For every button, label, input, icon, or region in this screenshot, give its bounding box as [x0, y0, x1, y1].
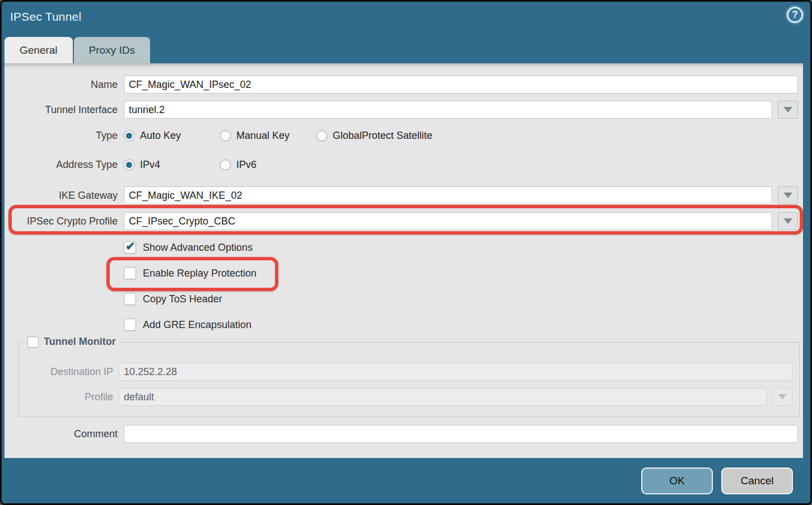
tunnel-interface-label: Tunnel Interface — [4, 104, 118, 116]
dialog-footer: OK Cancel — [2, 458, 810, 503]
profile-input — [119, 388, 767, 406]
checkbox-label: Show Advanced Options — [143, 242, 253, 254]
help-icon[interactable]: ? — [787, 7, 803, 23]
checkbox-label: Enable Replay Protection — [143, 268, 256, 279]
comment-label: Comment — [4, 428, 118, 440]
tunnel-monitor-label: Tunnel Monitor — [44, 336, 116, 348]
radio-label: IPv6 — [236, 159, 256, 171]
tab-proxy-ids[interactable]: Proxy IDs — [74, 37, 150, 63]
type-row: Type Auto Key Manual Key GlobalProtect S… — [4, 128, 803, 143]
radio-icon[interactable] — [220, 130, 231, 141]
copy-tos-header-checkbox[interactable] — [124, 293, 136, 305]
ipsec-crypto-profile-label: IPSec Crypto Profile — [4, 216, 118, 227]
profile-dropdown-button — [772, 388, 792, 406]
ike-gateway-label: IKE Gateway — [4, 190, 118, 202]
radio-icon[interactable] — [124, 130, 134, 141]
ipsec-crypto-profile-row: IPSec Crypto Profile — [4, 212, 803, 230]
tunnel-monitor-checkbox[interactable] — [27, 336, 39, 348]
radio-manual-key[interactable]: Manual Key — [220, 130, 297, 142]
add-gre-encapsulation-checkbox[interactable] — [124, 319, 136, 331]
radio-icon[interactable] — [124, 160, 134, 170]
type-label: Type — [4, 130, 118, 142]
tunnel-interface-input[interactable] — [124, 101, 772, 119]
ike-gateway-dropdown-button[interactable] — [778, 186, 798, 204]
general-tab-panel: Name Tunnel Interface Type Auto Key Manu… — [4, 63, 803, 458]
show-advanced-options-checkbox[interactable] — [124, 241, 136, 254]
comment-input[interactable] — [124, 425, 798, 443]
address-type-row: Address Type IPv4 IPv6 — [4, 157, 803, 172]
ipsec-crypto-profile-dropdown-button[interactable] — [778, 212, 798, 230]
add-gre-encapsulation-row[interactable]: Add GRE Encapsulation — [124, 319, 803, 331]
chevron-down-icon — [783, 193, 792, 198]
radio-globalprotect-satellite[interactable]: GlobalProtect Satellite — [316, 130, 432, 142]
radio-label: IPv4 — [140, 159, 160, 171]
ike-gateway-input[interactable] — [124, 186, 772, 204]
profile-label: Profile — [19, 391, 113, 403]
radio-icon[interactable] — [316, 130, 327, 141]
radio-icon[interactable] — [220, 160, 231, 170]
radio-ipv4[interactable]: IPv4 — [124, 159, 201, 171]
enable-replay-protection-row[interactable]: Enable Replay Protection — [124, 267, 803, 279]
chevron-down-icon — [783, 218, 792, 224]
radio-auto-key[interactable]: Auto Key — [124, 130, 201, 142]
checkbox-label: Add GRE Encapsulation — [143, 319, 251, 331]
tunnel-monitor-legend: Tunnel Monitor — [24, 336, 120, 348]
name-input[interactable] — [124, 76, 798, 93]
destination-ip-label: Destination IP — [19, 366, 113, 378]
comment-row: Comment — [4, 425, 803, 443]
dialog-title: IPSec Tunnel — [10, 10, 81, 24]
dialog-titlebar: IPSec Tunnel ? — [2, 2, 810, 36]
radio-ipv6[interactable]: IPv6 — [220, 159, 256, 171]
cancel-button[interactable]: Cancel — [721, 467, 793, 494]
address-type-radio-group: IPv4 IPv6 — [124, 159, 256, 171]
tunnel-monitor-fieldset: Tunnel Monitor Destination IP Profile — [18, 342, 800, 417]
name-row: Name — [4, 76, 803, 93]
tab-bar: General Proxy IDs — [4, 37, 150, 63]
radio-label: Auto Key — [140, 130, 181, 142]
checkbox-label: Copy ToS Header — [143, 293, 222, 305]
destination-ip-row: Destination IP — [19, 363, 799, 381]
show-advanced-options-row[interactable]: Show Advanced Options — [124, 241, 803, 254]
ipsec-crypto-profile-input[interactable] — [124, 212, 772, 230]
tunnel-interface-row: Tunnel Interface — [4, 101, 803, 119]
ok-button[interactable]: OK — [641, 467, 713, 494]
tab-general[interactable]: General — [4, 37, 73, 63]
copy-tos-header-row[interactable]: Copy ToS Header — [124, 293, 803, 305]
destination-ip-input — [119, 363, 792, 381]
ike-gateway-row: IKE Gateway — [4, 186, 803, 204]
chevron-down-icon — [778, 394, 787, 400]
name-label: Name — [4, 79, 118, 91]
radio-label: Manual Key — [236, 130, 290, 142]
profile-row: Profile — [19, 388, 799, 406]
enable-replay-protection-checkbox[interactable] — [124, 267, 136, 279]
type-radio-group: Auto Key Manual Key GlobalProtect Satell… — [124, 130, 432, 142]
address-type-label: Address Type — [4, 159, 118, 171]
radio-label: GlobalProtect Satellite — [333, 130, 432, 142]
ipsec-tunnel-dialog: IPSec Tunnel ? General Proxy IDs Name Tu… — [0, 0, 812, 505]
tunnel-interface-dropdown-button[interactable] — [778, 101, 798, 119]
chevron-down-icon — [783, 107, 792, 113]
